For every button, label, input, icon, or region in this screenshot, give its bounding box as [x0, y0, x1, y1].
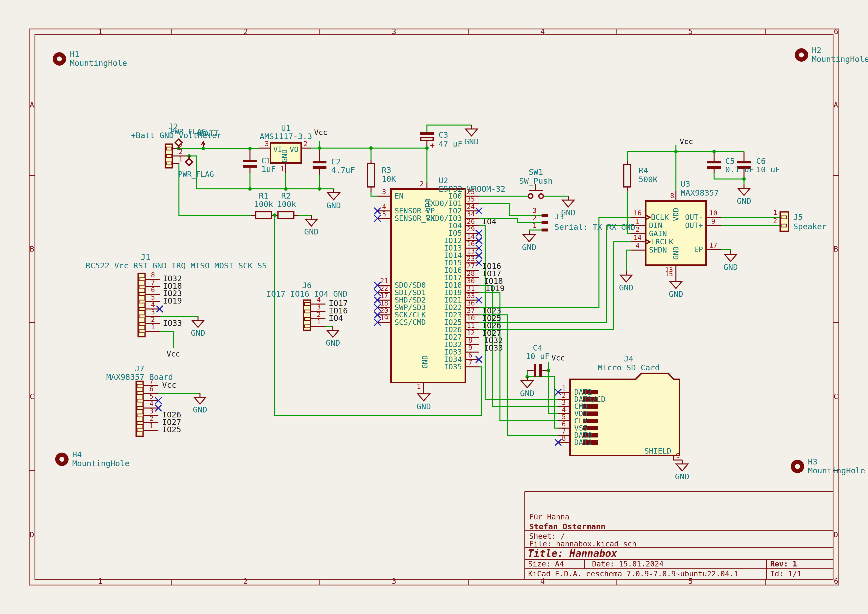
gnd-label: GND	[619, 283, 633, 292]
gnd-label: GND	[520, 389, 534, 398]
sdcard-j4[interactable]: J4 Micro_SD_Card 1 DAT2 2 DAT3/CD 3 CMD …	[562, 354, 680, 459]
pin-pad	[781, 216, 787, 219]
id-field: Id: 1/1	[770, 569, 801, 578]
pin-num: 1	[417, 383, 421, 390]
pin-num: 1	[533, 222, 536, 229]
resistor-r3[interactable]: R3 10K	[367, 163, 396, 187]
pin-num: 7	[151, 279, 155, 286]
gnd-label: GND	[464, 137, 479, 146]
vcc-power-label: Vcc	[552, 354, 565, 362]
pin-name: GAIN	[649, 229, 667, 238]
pin-num: 4	[562, 406, 566, 414]
connector-j6[interactable]: J6 IO17 IO16 IO4 GND 4 IO17 3 IO16 2 IO4…	[266, 281, 348, 330]
c5-value: 0.1 uF	[725, 165, 754, 174]
c3-plate	[420, 132, 434, 135]
pin-num: 23	[467, 255, 475, 262]
pin-num: 33	[467, 292, 475, 299]
pin-name: DAT1	[574, 438, 592, 447]
gnd-label: GND	[304, 227, 319, 236]
pin-num: 6	[151, 286, 155, 294]
pin-num: 28	[467, 270, 475, 277]
esp32-u2[interactable]: U2 ESP32-WROOM-32 2 VDD 1 GND 3 EN 4 SEN…	[380, 176, 505, 390]
pin-num: 2	[773, 217, 777, 225]
pin-pad	[137, 384, 143, 387]
pin-num: 7	[562, 427, 566, 435]
pin-num: 18	[380, 299, 388, 307]
pin-name: GND	[280, 149, 289, 163]
pin-name: GND	[671, 247, 680, 260]
mounting-hole-icon	[795, 48, 808, 62]
comment: Für Hanna	[529, 513, 569, 521]
pin-name: SHDN	[649, 246, 667, 254]
pin-name: BCLK	[651, 213, 669, 222]
gnd-label: GND	[737, 196, 751, 206]
row-label: C	[834, 392, 838, 401]
pin-num: 14	[467, 233, 475, 240]
pin-num: 8	[562, 434, 566, 442]
pin-num: 2	[533, 214, 536, 222]
pin-pad	[139, 278, 145, 281]
r3-ref: R3	[382, 165, 391, 175]
pin-num: 27	[467, 262, 475, 270]
hole-ref: H2	[812, 45, 822, 55]
col-label: 1	[98, 577, 102, 586]
capacitor-c6[interactable]: C6 10 uF	[756, 157, 780, 174]
capacitor-c2[interactable]: C2 4.7uF	[331, 157, 355, 175]
pin-num: 1	[562, 384, 566, 392]
pin-num: 16	[634, 209, 642, 217]
pin-num: 34	[467, 210, 475, 218]
resistor-r1[interactable]: R1 100k	[254, 191, 273, 219]
pin-num: 4	[636, 242, 640, 250]
connector-j3[interactable]: 3 2 1 J3 Serial: TX RX GND	[533, 207, 636, 232]
mounting-hole-icon	[55, 453, 68, 466]
j2-value: +Batt GND VoltMeter	[131, 131, 222, 140]
pin-num: 3	[562, 398, 566, 406]
resistor-r4[interactable]: R4 500K	[624, 164, 658, 187]
switch-sw1[interactable]: SW1 SW_Push	[519, 167, 553, 198]
net-label: IO33	[163, 318, 182, 328]
pin-pad	[304, 302, 310, 305]
pin-pad	[166, 155, 172, 157]
net-label: IO19	[163, 296, 182, 305]
u3-value: MAX98357	[680, 188, 719, 198]
c6-value: 10 uF	[756, 165, 780, 174]
pin-num: 15	[665, 270, 673, 278]
col-label: 6	[834, 27, 838, 36]
j6-ref: J6	[302, 281, 312, 290]
schematic-canvas: 1 2 3 4 5 6 1 2 3 4 5 6 A B C D A B C D …	[0, 0, 868, 614]
sheet-field: Sheet: /	[529, 532, 565, 541]
pin-num: 2	[636, 226, 640, 233]
pin-num: 26	[467, 218, 475, 225]
title-block: Für Hanna Stefan Ostermann Sheet: / File…	[525, 492, 833, 579]
pin-num: 29	[467, 225, 475, 233]
pin-pad	[166, 162, 172, 165]
capacitor-c4[interactable]: C4 10 uF	[526, 343, 549, 361]
pin-num: 21	[380, 277, 388, 285]
pin-pad	[137, 392, 143, 395]
tool-field: KiCad E.D.A. eeschema 7.0.9-7.0.9~ubuntu…	[528, 569, 738, 578]
pin-pad	[139, 285, 145, 288]
r4-value: 500K	[639, 175, 658, 184]
resistor-r2[interactable]: R2 100k	[277, 191, 296, 219]
pin-num: 2	[317, 311, 321, 318]
pin-num: 1	[151, 323, 155, 331]
sw1-contact	[529, 194, 533, 198]
net-label: IO19	[486, 284, 505, 293]
capacitor-c5[interactable]: C5 0.1 uF	[725, 157, 754, 174]
sw1-contact	[539, 194, 543, 198]
c3-value: 47 µF	[439, 139, 462, 149]
col-label: 3	[392, 27, 396, 36]
j1-value: RC522 Vcc RST GND IRQ MISO MOSI SCK SS	[86, 261, 267, 270]
pin-name: LRCLK	[651, 237, 673, 246]
r1-ref: R1	[259, 191, 268, 200]
pin-name: DIN	[649, 221, 662, 230]
c5-ref: C5	[725, 157, 735, 166]
c3-polarity: +	[430, 141, 435, 150]
pin-num: 6	[149, 385, 153, 393]
connector-j1[interactable]: J1 RC522 Vcc RST GND IRQ MISO MOSI SCK S…	[86, 253, 267, 337]
connector-j5[interactable]: 1 2 J5 Speaker	[773, 209, 827, 231]
pin-pad	[139, 330, 145, 333]
row-label: A	[834, 101, 838, 109]
r1-body	[256, 212, 271, 219]
pin-num: 3	[533, 207, 536, 214]
